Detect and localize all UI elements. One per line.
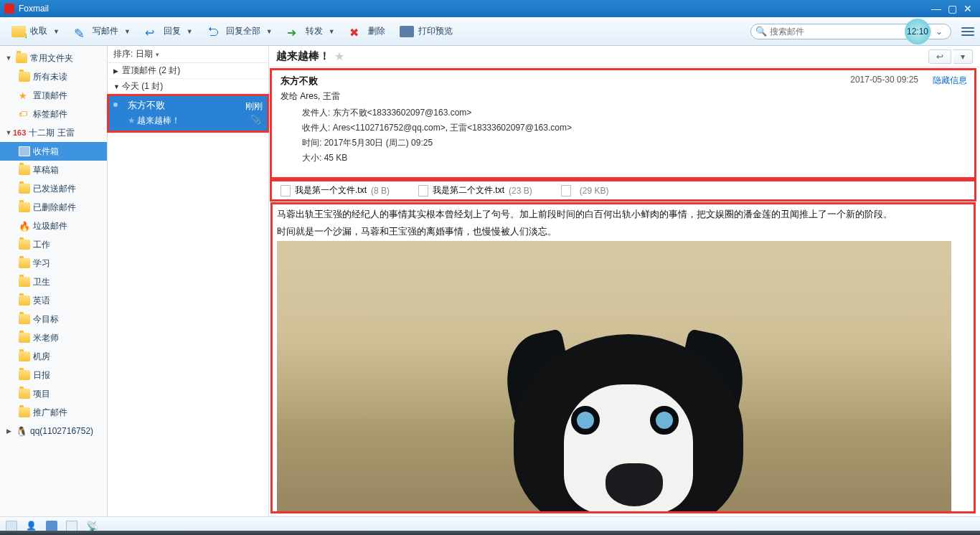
group-label: 今天 (1 封)	[122, 80, 163, 93]
quick-reply-dropdown[interactable]: ▾	[953, 49, 973, 64]
sidebar-deleted[interactable]: 已删除邮件	[0, 198, 107, 217]
chevron-down-icon[interactable]: ▼	[187, 28, 193, 35]
reply-all-button[interactable]: ⮌ 回复全部 ▼	[202, 22, 278, 40]
junk-icon: 🔥	[19, 221, 30, 231]
folder-icon	[19, 202, 30, 212]
search-dropdown[interactable]: ⌄	[930, 27, 946, 37]
sidebar-common-folders[interactable]: ▼常用文件夹	[0, 49, 107, 67]
sidebar-folder-machineroom[interactable]: 机房	[0, 347, 107, 366]
sidebar-label: 英语	[33, 295, 50, 307]
file-icon	[561, 185, 571, 197]
hide-info-link[interactable]: 隐藏信息	[933, 75, 967, 87]
folder-icon	[19, 389, 30, 399]
embedded-image	[277, 241, 951, 513]
star-icon: ★	[128, 115, 136, 126]
sidebar: ▼常用文件夹 所有未读 ★置顶邮件 🏷标签邮件 ▼163十二期 王雷 收件箱 草…	[0, 46, 108, 516]
attachment-item[interactable]: (29 KB)	[561, 185, 609, 197]
attachment-size: (8 B)	[371, 186, 390, 196]
os-taskbar	[0, 531, 980, 535]
main-area: ▼常用文件夹 所有未读 ★置顶邮件 🏷标签邮件 ▼163十二期 王雷 收件箱 草…	[0, 46, 980, 516]
compose-button[interactable]: ✎ 写邮件 ▼	[68, 22, 136, 40]
print-preview-label: 打印预览	[418, 25, 453, 37]
sidebar-account-qq[interactable]: ▶🐧qq(1102716752)	[0, 422, 107, 440]
detail-label: 发件人:	[302, 108, 330, 118]
message-item[interactable]: 东方不败 ★越来越棒！ 刚刚 📎	[108, 95, 268, 132]
sidebar-folder-project[interactable]: 项目	[0, 384, 107, 403]
sidebar-label: 推广邮件	[33, 407, 67, 419]
sidebar-inbox[interactable]: 收件箱	[0, 142, 107, 161]
close-button[interactable]: ✕	[960, 3, 976, 14]
sidebar-label: 草稿箱	[33, 164, 59, 176]
sidebar-junk[interactable]: 🔥垃圾邮件	[0, 217, 107, 235]
sidebar-folder-work[interactable]: 工作	[0, 235, 107, 254]
sidebar-all-unread[interactable]: 所有未读	[0, 67, 107, 86]
sidebar-folder-milaoshi[interactable]: 米老师	[0, 328, 107, 347]
sidebar-label: qq(1102716752)	[30, 426, 93, 436]
sidebar-account-163[interactable]: ▼163十二期 王雷	[0, 123, 107, 142]
receive-button[interactable]: ↓ 收取 ▼	[6, 22, 65, 40]
attachment-item[interactable]: 我是第二个文件.txt(23 B)	[418, 184, 532, 197]
message-time: 刚刚	[245, 100, 263, 113]
forward-label: 转发	[306, 25, 323, 37]
folder-icon	[19, 407, 30, 417]
message-from: 东方不败	[115, 99, 261, 112]
file-icon	[418, 185, 428, 197]
quick-reply-buttons: ↩ ▾	[928, 52, 973, 62]
sidebar-label: 十二期 王雷	[29, 127, 74, 139]
sidebar-drafts[interactable]: 草稿箱	[0, 161, 107, 179]
folder-icon	[19, 258, 30, 268]
folder-icon	[16, 53, 27, 63]
reply-all-label: 回复全部	[226, 25, 260, 37]
sort-header[interactable]: 排序: 日期 ▾	[108, 46, 268, 63]
sidebar-folder-english[interactable]: 英语	[0, 291, 107, 310]
group-label: 置顶邮件 (2 封)	[122, 65, 180, 77]
sidebar-label: 今目标	[33, 313, 59, 326]
search-box[interactable]: 🔍 12:10 ⌄	[750, 24, 951, 39]
reader-body[interactable]: 马蓉出轨王宝强的经纪人的事情其实根本曾经划上了句号。加上前段时间的白百何出轨小鲜…	[270, 202, 976, 513]
attachment-item[interactable]: 我是第一个文件.txt(8 B)	[281, 184, 390, 197]
chevron-down-icon[interactable]: ▼	[329, 28, 335, 35]
forward-button[interactable]: ➜ 转发 ▼	[281, 22, 341, 40]
folder-icon	[19, 333, 30, 343]
attachment-size: (29 KB)	[580, 186, 609, 196]
sidebar-label: 工作	[33, 239, 50, 251]
reader-subject: 越来越棒！	[276, 49, 330, 63]
print-icon	[400, 26, 414, 37]
receive-label: 收取	[30, 25, 47, 37]
print-preview-button[interactable]: 打印预览	[394, 22, 458, 40]
account-badge: 163	[13, 128, 26, 137]
app-title: Foxmail	[19, 4, 928, 14]
sidebar-folder-health[interactable]: 卫生	[0, 273, 107, 291]
sidebar-label: 常用文件夹	[30, 52, 73, 65]
chevron-down-icon[interactable]: ▼	[266, 28, 273, 35]
file-icon	[281, 185, 291, 197]
folder-icon	[19, 370, 30, 380]
delete-button[interactable]: ✖ 删除	[344, 22, 391, 40]
chevron-down-icon[interactable]: ▼	[53, 28, 60, 35]
sidebar-folder-study[interactable]: 学习	[0, 254, 107, 273]
quick-reply-button[interactable]: ↩	[928, 49, 951, 64]
chevron-down-icon[interactable]: ▼	[124, 28, 131, 35]
maximize-button[interactable]: ▢	[944, 3, 960, 14]
reader-to: 发给 Ares, 王雷	[281, 90, 966, 103]
minimize-button[interactable]: —	[928, 3, 944, 14]
sidebar-folder-promo[interactable]: 推广邮件	[0, 403, 107, 422]
sidebar-tagged[interactable]: 🏷标签邮件	[0, 105, 107, 123]
sidebar-label: 垃圾邮件	[33, 220, 67, 232]
search-input[interactable]	[770, 27, 918, 37]
sidebar-sent[interactable]: 已发送邮件	[0, 179, 107, 198]
message-subject: ★越来越棒！	[115, 115, 261, 127]
detail-value: 45 KB	[324, 153, 348, 163]
group-pinned[interactable]: ▶置顶邮件 (2 封)	[108, 63, 268, 79]
sidebar-label: 日报	[33, 369, 50, 382]
menu-button[interactable]	[961, 25, 974, 38]
star-toggle[interactable]: ★	[334, 49, 344, 63]
sidebar-pinned[interactable]: ★置顶邮件	[0, 86, 107, 105]
sidebar-folder-goals[interactable]: 今目标	[0, 310, 107, 328]
reply-button[interactable]: ↩ 回复 ▼	[139, 22, 199, 40]
sidebar-label: 置顶邮件	[33, 90, 67, 102]
group-today[interactable]: ▼今天 (1 封)	[108, 79, 268, 95]
reply-icon: ↩	[145, 26, 159, 37]
clock-widget: 12:10	[905, 19, 930, 44]
sidebar-folder-daily[interactable]: 日报	[0, 366, 107, 384]
